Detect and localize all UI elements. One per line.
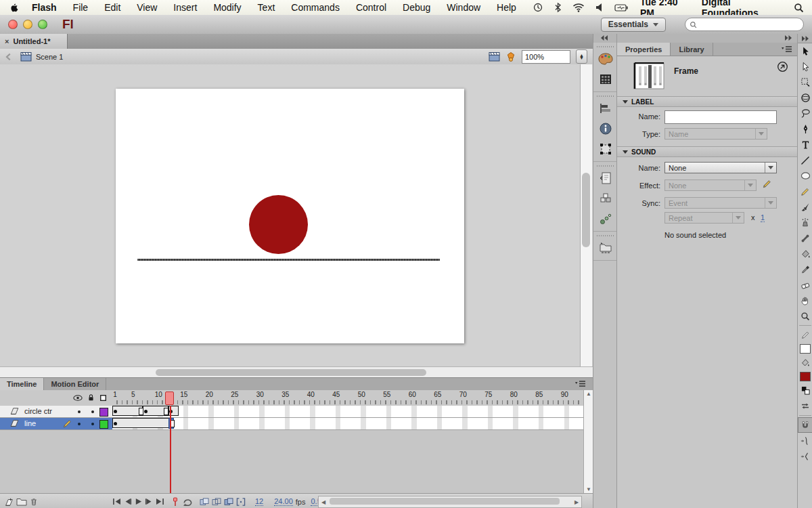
- gripper[interactable]: [597, 163, 614, 168]
- stage-pasteboard[interactable]: [0, 64, 593, 366]
- collapse-panels-icon[interactable]: [600, 35, 608, 41]
- stroke-color-icon[interactable]: [798, 327, 812, 343]
- menu-control[interactable]: Control: [356, 2, 386, 13]
- pen-tool[interactable]: [798, 121, 812, 137]
- sound-section-header[interactable]: SOUND: [617, 146, 798, 157]
- menu-commands[interactable]: Commands: [291, 2, 340, 13]
- scroll-right-icon[interactable]: ▶: [572, 499, 581, 506]
- close-tab-button[interactable]: ×: [5, 37, 9, 45]
- code-snippets-panel-button[interactable]: [593, 168, 617, 188]
- step-forward-button[interactable]: [145, 498, 153, 505]
- current-frame-value[interactable]: 12: [255, 497, 263, 506]
- scroll-left-icon[interactable]: ◀: [319, 499, 328, 506]
- keyframe-dot[interactable]: [114, 422, 117, 425]
- tools-header[interactable]: [798, 34, 812, 43]
- layer-toggle-dot[interactable]: [78, 410, 81, 413]
- text-tool[interactable]: [798, 137, 812, 152]
- edit-scene-icon[interactable]: [489, 51, 500, 62]
- color-palette-panel-button[interactable]: [593, 49, 617, 69]
- tab-motion-editor[interactable]: Motion Editor: [44, 378, 106, 390]
- loop-button[interactable]: [182, 497, 193, 506]
- time-machine-icon[interactable]: [533, 2, 543, 13]
- menu-flash[interactable]: Flash: [32, 2, 57, 13]
- edit-multiple-frames-button[interactable]: [224, 498, 233, 506]
- app-search-field[interactable]: [685, 18, 804, 31]
- spray-brush-tool[interactable]: [798, 215, 812, 230]
- menu-window[interactable]: Window: [447, 2, 480, 13]
- label-name-input[interactable]: [664, 110, 777, 124]
- play-button[interactable]: [135, 498, 142, 505]
- layer-outline-color-swatch[interactable]: [99, 420, 108, 429]
- eyedropper-tool[interactable]: [798, 261, 812, 277]
- layer-row-line[interactable]: line: [0, 418, 112, 430]
- scrollbar-thumb[interactable]: [582, 173, 590, 247]
- layer-row-circle-ctr[interactable]: circle ctr: [0, 406, 112, 418]
- workspace-switcher-button[interactable]: Essentials: [601, 18, 666, 32]
- menu-help[interactable]: Help: [497, 2, 516, 13]
- motion-presets-panel-button[interactable]: [593, 209, 617, 229]
- hand-tool[interactable]: [798, 293, 812, 308]
- layer-outline-color-swatch[interactable]: [99, 408, 108, 417]
- edit-symbols-icon[interactable]: [505, 51, 516, 62]
- playhead[interactable]: [165, 391, 174, 405]
- frame-ruler[interactable]: 151015202530354045505560657075808590: [0, 391, 480, 399]
- apple-menu-icon[interactable]: [9, 2, 20, 13]
- onion-skin-outlines-button[interactable]: [212, 498, 221, 506]
- expand-panels-icon[interactable]: [784, 35, 792, 41]
- expand-panels-icon[interactable]: [801, 36, 809, 41]
- frame-span[interactable]: [112, 418, 173, 428]
- modify-markers-button[interactable]: [236, 498, 246, 506]
- document-tab[interactable]: × Untitled-1*: [0, 34, 68, 49]
- gripper[interactable]: [597, 93, 614, 98]
- new-layer-button[interactable]: [4, 497, 14, 507]
- eraser-tool[interactable]: [798, 277, 812, 293]
- edit-sound-envelope-icon[interactable]: [762, 179, 772, 189]
- menu-debug[interactable]: Debug: [403, 2, 430, 13]
- bluetooth-icon[interactable]: [554, 2, 562, 13]
- onion-skin-button[interactable]: [200, 498, 209, 506]
- stage-horizontal-scrollbar[interactable]: [0, 366, 593, 378]
- stroke-color-swatch[interactable]: [800, 344, 811, 354]
- keyframe-dot[interactable]: [114, 410, 117, 413]
- tab-timeline[interactable]: Timeline: [0, 378, 44, 390]
- tab-properties[interactable]: Properties: [617, 43, 671, 56]
- center-frame-button[interactable]: [171, 497, 179, 507]
- fill-color-swatch[interactable]: [800, 372, 811, 381]
- bone-tool[interactable]: [798, 230, 812, 246]
- label-section-header[interactable]: LABEL: [617, 96, 798, 107]
- stage-ground-line[interactable]: [137, 259, 440, 261]
- scrollbar-thumb[interactable]: [156, 369, 426, 376]
- pencil-tool[interactable]: [798, 184, 812, 199]
- delete-layer-button[interactable]: [30, 497, 38, 507]
- sound-name-select[interactable]: None: [664, 162, 777, 173]
- wifi-icon[interactable]: [572, 2, 585, 13]
- panel-menu-icon[interactable]: [782, 46, 792, 53]
- scrollbar-thumb[interactable]: [330, 498, 560, 505]
- go-to-first-frame-button[interactable]: [112, 498, 121, 505]
- volume-icon[interactable]: [595, 2, 604, 13]
- line-tool[interactable]: [798, 152, 812, 168]
- spotlight-icon[interactable]: [794, 3, 804, 13]
- layer-frames-row[interactable]: [112, 406, 584, 418]
- zoom-window-button[interactable]: [38, 20, 47, 29]
- swap-colors-button[interactable]: [798, 398, 812, 414]
- timeline-horizontal-scrollbar[interactable]: ◀ ▶: [318, 496, 582, 508]
- battery-icon[interactable]: [614, 2, 628, 13]
- scroll-down-icon[interactable]: ▼: [585, 486, 593, 493]
- swatches-panel-button[interactable]: [593, 69, 617, 89]
- stage-canvas[interactable]: [116, 89, 464, 343]
- black-and-white-button[interactable]: [798, 383, 812, 398]
- go-to-last-frame-button[interactable]: [156, 498, 164, 505]
- layer-name[interactable]: circle ctr: [24, 407, 52, 415]
- paint-bucket-tool[interactable]: [798, 246, 812, 261]
- menu-insert[interactable]: Insert: [173, 2, 197, 13]
- stage-vertical-scrollbar[interactable]: [580, 64, 592, 366]
- project-panel-button[interactable]: [593, 238, 617, 258]
- timeline-vertical-scrollbar[interactable]: ▲ ▼: [583, 390, 593, 493]
- menu-edit[interactable]: Edit: [104, 2, 120, 13]
- step-back-button[interactable]: [124, 498, 132, 505]
- layer-toggle-dot[interactable]: [91, 423, 94, 425]
- straighten-tool[interactable]: [798, 448, 812, 464]
- menu-text[interactable]: Text: [258, 2, 275, 13]
- oval-tool[interactable]: [798, 168, 812, 184]
